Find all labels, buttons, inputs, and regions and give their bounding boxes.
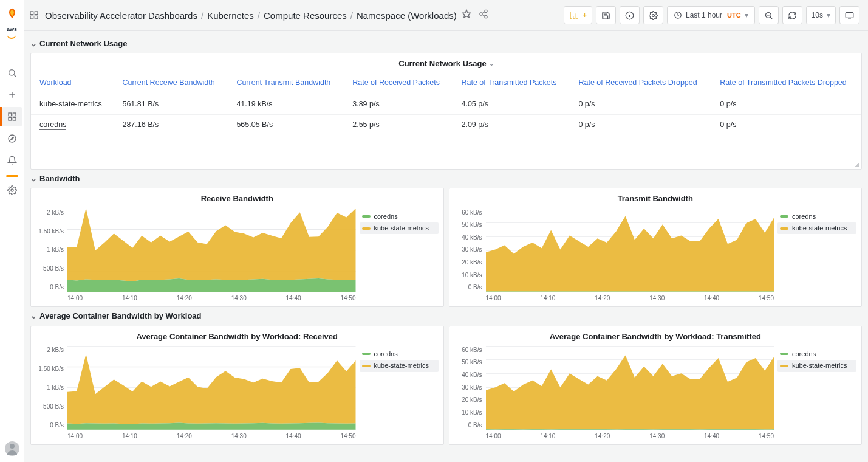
panel-receive-bw: Receive Bandwidth 2 kB/s1.50 kB/s1 kB/s5… [30, 188, 444, 307]
workload-link[interactable]: coredns [39, 120, 66, 130]
svg-rect-12 [35, 16, 38, 19]
chevron-down-icon: ▾ [745, 11, 748, 19]
crumb-2[interactable]: Compute Resources [264, 9, 347, 22]
svg-rect-21 [846, 12, 853, 18]
svg-marker-6 [10, 137, 13, 140]
row-toggle-bandwidth[interactable]: ⌄ Bandwidth [30, 170, 862, 188]
time-range-label: Last 1 hour [686, 11, 722, 19]
legend-item[interactable]: kube-state-metrics [360, 360, 439, 371]
avatar[interactable] [5, 441, 19, 456]
panel-title[interactable]: Current Network Usage ⌄ [31, 53, 861, 73]
legend-item[interactable]: coredns [777, 211, 856, 222]
svg-rect-1 [9, 113, 12, 116]
chart-legend: coredns kube-state-metrics [777, 209, 856, 303]
col-recv-drop[interactable]: Rate of Received Packets Dropped [570, 73, 711, 94]
panel-network-table: Current Network Usage ⌄ Workload Current… [30, 53, 862, 170]
topbar: Observability Accelerator Dashboards / K… [24, 0, 868, 31]
chart-plot[interactable]: 2 kB/s1.50 kB/s1 kB/s500 B/s0 B/s14:0014… [36, 346, 356, 441]
sidebar: aws [0, 0, 24, 462]
chevron-down-icon: ⌄ [30, 311, 37, 322]
legend-item[interactable]: coredns [360, 211, 439, 222]
col-recv-bw[interactable]: Current Receive Bandwidth [114, 73, 228, 94]
panel-grid-icon[interactable] [29, 10, 39, 20]
zoom-out-button[interactable] [759, 6, 779, 24]
chart-legend: coredns kube-state-metrics [777, 346, 856, 441]
config-icon[interactable] [2, 181, 22, 200]
legend-item[interactable]: kube-state-metrics [360, 222, 439, 234]
time-range-picker[interactable]: Last 1 hour UTC ▾ [667, 6, 755, 24]
star-icon[interactable] [462, 9, 474, 21]
refresh-button[interactable] [782, 6, 802, 24]
crumb-sep: / [201, 9, 203, 22]
chart-plot[interactable]: 60 kB/s50 kB/s40 kB/s30 kB/s20 kB/s10 kB… [454, 346, 774, 441]
alerting-icon[interactable] [2, 151, 22, 170]
chart-plot[interactable]: 2 kB/s1.50 kB/s1 kB/s500 B/s0 B/s14:0014… [36, 209, 356, 303]
svg-point-14 [485, 10, 487, 12]
legend-item[interactable]: coredns [777, 348, 856, 360]
legend-item[interactable]: kube-state-metrics [777, 222, 856, 234]
crumb-1[interactable]: Kubernetes [207, 9, 254, 22]
crumb-root[interactable]: Observability Accelerator Dashboards [45, 9, 197, 22]
svg-point-7 [11, 189, 13, 191]
panel-avg-recv: Average Container Bandwidth by Workload:… [30, 326, 444, 445]
col-workload[interactable]: Workload [31, 73, 114, 94]
workload-link[interactable]: kube-state-metrics [39, 100, 102, 109]
chevron-down-icon: ⌄ [30, 38, 37, 49]
table-row: kube-state-metrics 561.81 B/s 41.19 kB/s… [31, 94, 861, 115]
chart-legend: coredns kube-state-metrics [360, 346, 439, 441]
svg-rect-2 [13, 113, 16, 116]
svg-point-0 [9, 69, 14, 75]
col-tx-drop[interactable]: Rate of Transmitted Packets Dropped [711, 73, 861, 94]
row-toggle-network[interactable]: ⌄ Current Network Usage [30, 35, 862, 53]
tv-mode-button[interactable] [839, 6, 859, 24]
plus-icon[interactable] [2, 85, 22, 105]
explore-icon[interactable] [2, 129, 22, 148]
settings-button[interactable] [643, 6, 663, 24]
row-title: Current Network Usage [39, 38, 127, 49]
col-tx-bw[interactable]: Current Transmit Bandwidth [228, 73, 344, 94]
chevron-down-icon: ⌄ [30, 173, 37, 184]
svg-rect-9 [30, 12, 33, 15]
refresh-interval-picker[interactable]: 10s▾ [806, 6, 836, 24]
chart-plot[interactable]: 60 kB/s50 kB/s40 kB/s30 kB/s20 kB/s10 kB… [454, 209, 774, 303]
row-title: Average Container Bandwidth by Workload [39, 311, 202, 322]
chevron-down-icon: ▾ [827, 11, 830, 19]
svg-rect-11 [30, 16, 33, 19]
col-tx-pkts[interactable]: Rate of Transmitted Packets [453, 73, 570, 94]
row-toggle-avg[interactable]: ⌄ Average Container Bandwidth by Workloa… [30, 307, 862, 325]
row-title: Bandwidth [39, 173, 80, 184]
panel-avg-tx: Average Container Bandwidth by Workload:… [449, 326, 863, 445]
svg-rect-10 [35, 12, 38, 15]
aws-divider [6, 175, 18, 177]
grafana-logo[interactable] [2, 4, 22, 23]
network-usage-table: Workload Current Receive Bandwidth Curre… [31, 73, 861, 136]
aws-logo[interactable]: aws [7, 26, 17, 39]
svg-marker-13 [462, 10, 470, 18]
chart-legend: coredns kube-state-metrics [360, 209, 439, 303]
legend-item[interactable]: coredns [360, 348, 439, 360]
dashboards-icon[interactable] [2, 107, 22, 126]
table-row: coredns 287.16 B/s 565.05 B/s 2.55 p/s 2… [31, 115, 861, 136]
col-recv-pkts[interactable]: Rate of Received Packets [344, 73, 453, 94]
info-button[interactable] [620, 6, 640, 24]
svg-point-15 [480, 13, 482, 15]
save-button[interactable] [596, 6, 616, 24]
svg-rect-4 [13, 117, 16, 120]
svg-point-18 [652, 14, 655, 16]
panel-transmit-bw: Transmit Bandwidth 60 kB/s50 kB/s40 kB/s… [449, 188, 863, 307]
chevron-down-icon: ⌄ [489, 60, 494, 68]
crumb-3[interactable]: Namespace (Workloads) [357, 9, 457, 22]
add-panel-button[interactable]: + [564, 6, 592, 24]
legend-item[interactable]: kube-state-metrics [777, 360, 856, 371]
svg-rect-3 [9, 117, 12, 120]
svg-point-8 [10, 444, 15, 449]
breadcrumb: Observability Accelerator Dashboards / K… [45, 9, 457, 22]
utc-badge: UTC [727, 12, 741, 19]
svg-point-16 [485, 16, 487, 18]
share-icon[interactable] [479, 9, 491, 21]
search-icon[interactable] [2, 63, 22, 83]
